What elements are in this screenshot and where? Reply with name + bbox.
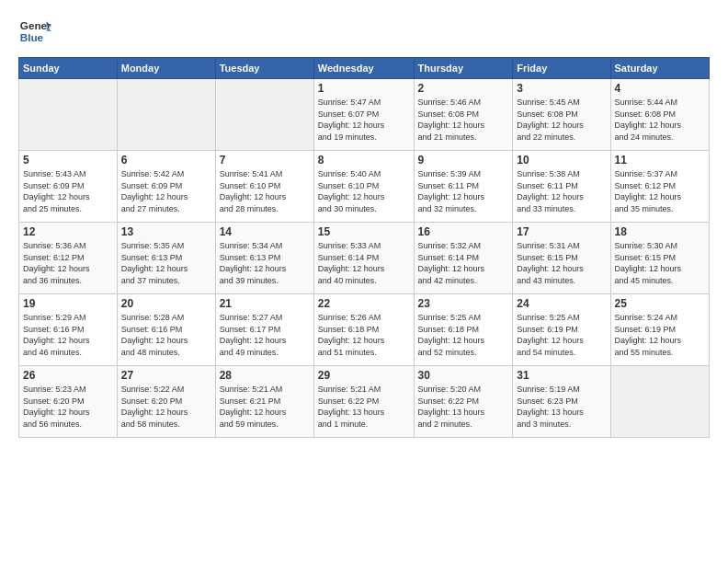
calendar-cell: 28Sunrise: 5:21 AM Sunset: 6:21 PM Dayli…: [215, 366, 313, 438]
day-number: 7: [220, 154, 310, 167]
day-number: 19: [23, 297, 113, 310]
calendar-cell: 22Sunrise: 5:26 AM Sunset: 6:18 PM Dayli…: [313, 294, 414, 366]
calendar-table: SundayMondayTuesdayWednesdayThursdayFrid…: [18, 57, 710, 438]
day-number: 6: [121, 154, 211, 167]
day-number: 21: [220, 297, 310, 310]
day-number: 22: [318, 297, 410, 310]
day-info: Sunrise: 5:21 AM Sunset: 6:21 PM Dayligh…: [220, 384, 310, 430]
calendar-cell: [610, 366, 709, 438]
day-number: 11: [615, 154, 705, 167]
calendar-cell: 9Sunrise: 5:39 AM Sunset: 6:11 PM Daylig…: [414, 151, 513, 223]
day-number: 2: [418, 82, 509, 95]
calendar-cell: 6Sunrise: 5:42 AM Sunset: 6:09 PM Daylig…: [117, 151, 215, 223]
day-info: Sunrise: 5:44 AM Sunset: 6:08 PM Dayligh…: [615, 97, 705, 143]
calendar-cell: 15Sunrise: 5:33 AM Sunset: 6:14 PM Dayli…: [313, 223, 414, 294]
day-number: 30: [418, 369, 509, 382]
calendar-cell: 2Sunrise: 5:46 AM Sunset: 6:08 PM Daylig…: [414, 79, 513, 151]
calendar-cell: 29Sunrise: 5:21 AM Sunset: 6:22 PM Dayli…: [313, 366, 414, 438]
day-number: 5: [23, 154, 113, 167]
day-number: 12: [23, 225, 113, 238]
weekday-header: Tuesday: [215, 58, 313, 79]
day-info: Sunrise: 5:25 AM Sunset: 6:19 PM Dayligh…: [517, 312, 606, 358]
logo-icon: General Blue: [18, 15, 51, 48]
day-info: Sunrise: 5:28 AM Sunset: 6:16 PM Dayligh…: [121, 312, 211, 358]
svg-text:Blue: Blue: [20, 31, 44, 43]
day-info: Sunrise: 5:21 AM Sunset: 6:22 PM Dayligh…: [318, 384, 410, 430]
calendar-cell: 25Sunrise: 5:24 AM Sunset: 6:19 PM Dayli…: [610, 294, 709, 366]
day-info: Sunrise: 5:32 AM Sunset: 6:14 PM Dayligh…: [418, 240, 509, 286]
calendar-cell: 10Sunrise: 5:38 AM Sunset: 6:11 PM Dayli…: [513, 151, 610, 223]
day-number: 24: [517, 297, 606, 310]
weekday-header: Wednesday: [313, 58, 414, 79]
calendar-cell: 17Sunrise: 5:31 AM Sunset: 6:15 PM Dayli…: [513, 223, 610, 294]
calendar-cell: 30Sunrise: 5:20 AM Sunset: 6:22 PM Dayli…: [414, 366, 513, 438]
day-info: Sunrise: 5:40 AM Sunset: 6:10 PM Dayligh…: [318, 168, 410, 214]
day-info: Sunrise: 5:31 AM Sunset: 6:15 PM Dayligh…: [517, 240, 606, 286]
weekday-header: Sunday: [19, 58, 118, 79]
day-number: 8: [318, 154, 410, 167]
calendar-cell: [215, 79, 313, 151]
calendar-cell: 21Sunrise: 5:27 AM Sunset: 6:17 PM Dayli…: [215, 294, 313, 366]
day-info: Sunrise: 5:39 AM Sunset: 6:11 PM Dayligh…: [418, 168, 509, 214]
day-number: 10: [517, 154, 606, 167]
day-number: 25: [615, 297, 705, 310]
day-info: Sunrise: 5:43 AM Sunset: 6:09 PM Dayligh…: [23, 168, 113, 214]
day-info: Sunrise: 5:25 AM Sunset: 6:18 PM Dayligh…: [418, 312, 509, 358]
day-number: 3: [517, 82, 606, 95]
weekday-header: Friday: [513, 58, 610, 79]
day-info: Sunrise: 5:19 AM Sunset: 6:23 PM Dayligh…: [517, 384, 606, 430]
calendar-cell: 23Sunrise: 5:25 AM Sunset: 6:18 PM Dayli…: [414, 294, 513, 366]
calendar-cell: 16Sunrise: 5:32 AM Sunset: 6:14 PM Dayli…: [414, 223, 513, 294]
calendar-cell: [19, 79, 118, 151]
day-info: Sunrise: 5:34 AM Sunset: 6:13 PM Dayligh…: [220, 240, 310, 286]
day-info: Sunrise: 5:24 AM Sunset: 6:19 PM Dayligh…: [615, 312, 705, 358]
calendar-cell: 27Sunrise: 5:22 AM Sunset: 6:20 PM Dayli…: [117, 366, 215, 438]
day-info: Sunrise: 5:35 AM Sunset: 6:13 PM Dayligh…: [121, 240, 211, 286]
day-info: Sunrise: 5:42 AM Sunset: 6:09 PM Dayligh…: [121, 168, 211, 214]
weekday-header: Thursday: [414, 58, 513, 79]
day-info: Sunrise: 5:38 AM Sunset: 6:11 PM Dayligh…: [517, 168, 606, 214]
calendar-cell: 7Sunrise: 5:41 AM Sunset: 6:10 PM Daylig…: [215, 151, 313, 223]
day-number: 28: [220, 369, 310, 382]
calendar-cell: 20Sunrise: 5:28 AM Sunset: 6:16 PM Dayli…: [117, 294, 215, 366]
day-info: Sunrise: 5:26 AM Sunset: 6:18 PM Dayligh…: [318, 312, 410, 358]
calendar-cell: 26Sunrise: 5:23 AM Sunset: 6:20 PM Dayli…: [19, 366, 118, 438]
day-number: 13: [121, 225, 211, 238]
day-info: Sunrise: 5:45 AM Sunset: 6:08 PM Dayligh…: [517, 97, 606, 143]
calendar-cell: 24Sunrise: 5:25 AM Sunset: 6:19 PM Dayli…: [513, 294, 610, 366]
weekday-header: Saturday: [610, 58, 709, 79]
calendar-cell: 1Sunrise: 5:47 AM Sunset: 6:07 PM Daylig…: [313, 79, 414, 151]
day-number: 14: [220, 225, 310, 238]
day-info: Sunrise: 5:22 AM Sunset: 6:20 PM Dayligh…: [121, 384, 211, 430]
day-number: 16: [418, 225, 509, 238]
calendar-cell: 13Sunrise: 5:35 AM Sunset: 6:13 PM Dayli…: [117, 223, 215, 294]
day-info: Sunrise: 5:30 AM Sunset: 6:15 PM Dayligh…: [615, 240, 705, 286]
day-info: Sunrise: 5:46 AM Sunset: 6:08 PM Dayligh…: [418, 97, 509, 143]
day-number: 31: [517, 369, 606, 382]
day-info: Sunrise: 5:29 AM Sunset: 6:16 PM Dayligh…: [23, 312, 113, 358]
calendar-cell: 12Sunrise: 5:36 AM Sunset: 6:12 PM Dayli…: [19, 223, 118, 294]
logo: General Blue: [18, 15, 51, 48]
day-number: 23: [418, 297, 509, 310]
day-info: Sunrise: 5:41 AM Sunset: 6:10 PM Dayligh…: [220, 168, 310, 214]
day-info: Sunrise: 5:47 AM Sunset: 6:07 PM Dayligh…: [318, 97, 410, 143]
day-number: 27: [121, 369, 211, 382]
day-info: Sunrise: 5:33 AM Sunset: 6:14 PM Dayligh…: [318, 240, 410, 286]
day-number: 26: [23, 369, 113, 382]
day-number: 18: [615, 225, 705, 238]
header: General Blue: [18, 15, 710, 48]
calendar-cell: 19Sunrise: 5:29 AM Sunset: 6:16 PM Dayli…: [19, 294, 118, 366]
day-info: Sunrise: 5:36 AM Sunset: 6:12 PM Dayligh…: [23, 240, 113, 286]
day-info: Sunrise: 5:37 AM Sunset: 6:12 PM Dayligh…: [615, 168, 705, 214]
day-info: Sunrise: 5:20 AM Sunset: 6:22 PM Dayligh…: [418, 384, 509, 430]
day-info: Sunrise: 5:27 AM Sunset: 6:17 PM Dayligh…: [220, 312, 310, 358]
calendar-cell: 14Sunrise: 5:34 AM Sunset: 6:13 PM Dayli…: [215, 223, 313, 294]
day-number: 15: [318, 225, 410, 238]
calendar-cell: 5Sunrise: 5:43 AM Sunset: 6:09 PM Daylig…: [19, 151, 118, 223]
weekday-header: Monday: [117, 58, 215, 79]
calendar-cell: 3Sunrise: 5:45 AM Sunset: 6:08 PM Daylig…: [513, 79, 610, 151]
calendar-cell: 18Sunrise: 5:30 AM Sunset: 6:15 PM Dayli…: [610, 223, 709, 294]
calendar-cell: 4Sunrise: 5:44 AM Sunset: 6:08 PM Daylig…: [610, 79, 709, 151]
calendar-cell: 31Sunrise: 5:19 AM Sunset: 6:23 PM Dayli…: [513, 366, 610, 438]
calendar-cell: [117, 79, 215, 151]
